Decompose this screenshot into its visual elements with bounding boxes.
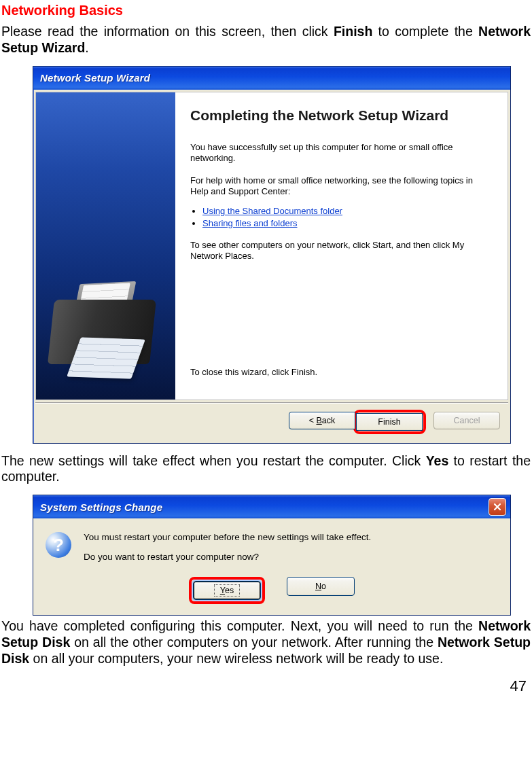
- mid-text-1: The new settings will take effect when y…: [1, 453, 426, 468]
- outro-paragraph: You have completed configuring this comp…: [1, 618, 531, 667]
- dialog-line2: Do you want to restart your computer now…: [84, 552, 371, 562]
- close-button[interactable]: [489, 498, 506, 516]
- finish-button[interactable]: Finish: [356, 413, 423, 431]
- wizard-p1: You have successfully set up this comput…: [190, 142, 489, 164]
- dialog-button-row: Yes No: [33, 573, 510, 615]
- system-settings-change-dialog: System Settings Change You must restart …: [33, 495, 511, 616]
- link-shared-docs[interactable]: Using the Shared Documents folder: [202, 206, 342, 216]
- wizard-side-graphic: [36, 92, 175, 400]
- wizard-title-text: Network Setup Wizard: [40, 72, 150, 84]
- no-button-label: No: [315, 582, 326, 591]
- intro-bold-finish: Finish: [334, 24, 372, 39]
- outro-text-3: on all your computers, your new wireless…: [29, 651, 443, 666]
- outro-text-1: You have completed configuring this comp…: [1, 618, 478, 633]
- dialog-body: You must restart your computer before th…: [33, 518, 510, 573]
- dialog-text: You must restart your computer before th…: [84, 532, 371, 571]
- wizard-link-list: Using the Shared Documents folder Sharin…: [190, 204, 489, 230]
- back-button[interactable]: < Back: [289, 412, 355, 429]
- wizard-body: Completing the Network Setup Wizard You …: [35, 92, 508, 400]
- wizard-titlebar: Network Setup Wizard: [33, 67, 510, 90]
- wizard-heading: Completing the Network Setup Wizard: [190, 107, 489, 124]
- yes-button-label: Yes: [214, 584, 240, 597]
- page-number: 47: [1, 669, 531, 695]
- back-button-label: < Back: [309, 416, 336, 425]
- yes-button[interactable]: Yes: [193, 581, 261, 600]
- intro-text-2: to complete the: [372, 24, 478, 39]
- cancel-button: Cancel: [433, 412, 500, 429]
- dialog-title-text: System Settings Change: [40, 501, 162, 513]
- mid-bold-yes: Yes: [426, 453, 449, 468]
- close-icon: [493, 503, 501, 511]
- wizard-content: Completing the Network Setup Wizard You …: [175, 92, 508, 400]
- wizard-p2: For help with home or small office netwo…: [190, 175, 489, 198]
- intro-text-3: .: [85, 40, 88, 55]
- link-sharing-files[interactable]: Sharing files and folders: [202, 218, 297, 228]
- mid-paragraph: The new settings will take effect when y…: [1, 453, 531, 486]
- finish-button-highlight: Finish: [355, 412, 424, 432]
- yes-button-highlight: Yes: [189, 577, 265, 604]
- wizard-p3: To see other computers on your network, …: [190, 240, 489, 262]
- wizard-footer-text: To close this wizard, click Finish.: [190, 367, 489, 384]
- section-title: Networking Basics: [1, 3, 531, 18]
- printer-illustration: [43, 262, 165, 385]
- intro-text-1: Please read the information on this scre…: [1, 24, 334, 39]
- dialog-titlebar: System Settings Change: [33, 495, 510, 518]
- question-icon: [46, 532, 71, 558]
- dialog-line1: You must restart your computer before th…: [84, 532, 371, 542]
- no-button[interactable]: No: [287, 577, 355, 596]
- outro-text-2: on all the other computers on your netwo…: [70, 635, 438, 650]
- intro-paragraph: Please read the information on this scre…: [1, 24, 531, 56]
- cancel-button-label: Cancel: [454, 416, 480, 425]
- finish-button-label: Finish: [378, 417, 400, 427]
- wizard-button-bar: < Back Finish Cancel: [35, 402, 508, 441]
- network-setup-wizard-window: Network Setup Wizard Completing the Netw…: [33, 66, 511, 444]
